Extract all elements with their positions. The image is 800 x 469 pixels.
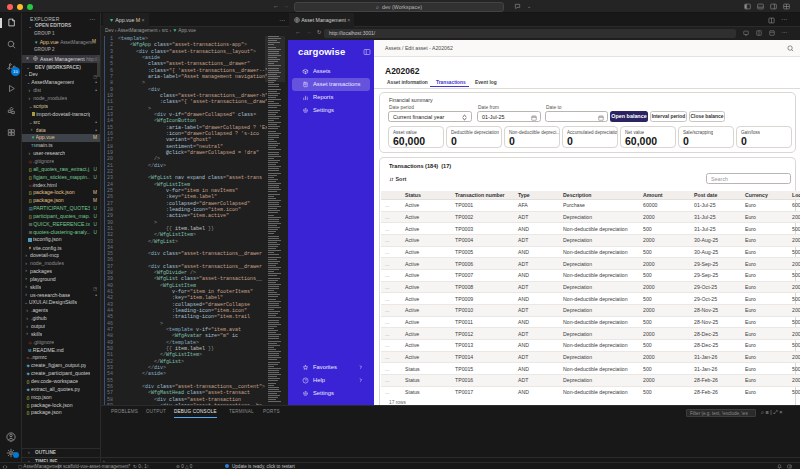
svg-text:?: ? [304,379,306,383]
